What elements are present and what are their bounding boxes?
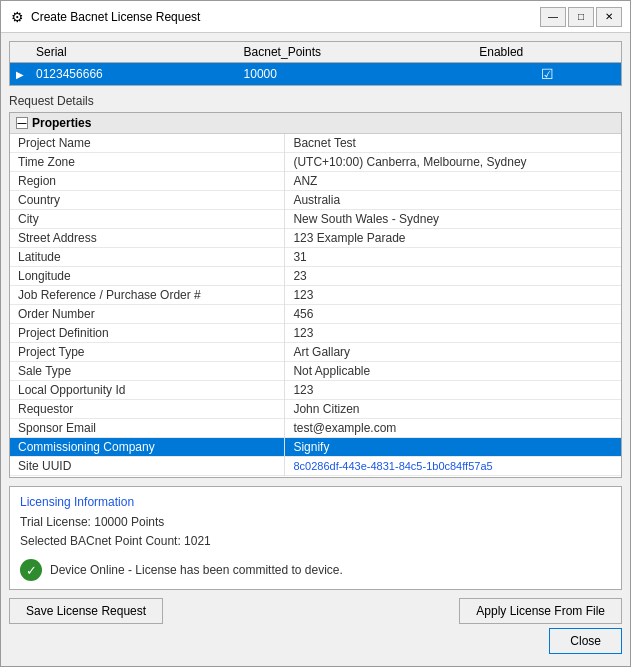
prop-value: John Citizen (285, 400, 621, 419)
prop-row: Project TypeArt Gallary (10, 343, 621, 362)
col-header-arrow (10, 42, 30, 63)
prop-key: Country (10, 191, 285, 210)
prop-row: Commissioning CompanySignify (10, 438, 621, 457)
prop-row: Street Address123 Example Parade (10, 229, 621, 248)
prop-row: Job Reference / Purchase Order #123 (10, 286, 621, 305)
col-header-bacnet-points: Bacnet_Points (238, 42, 474, 63)
licensing-title: Licensing Information (20, 495, 611, 509)
prop-key: Sponsor Email (10, 419, 285, 438)
prop-row: RegionANZ (10, 172, 621, 191)
table-row[interactable]: ▶ 0123456666 10000 ☑ (10, 63, 621, 86)
window-title: Create Bacnet License Request (31, 10, 540, 24)
request-details-section: Request Details — Properties Project Nam… (9, 94, 622, 478)
title-bar-controls: — □ ✕ (540, 7, 622, 27)
bacnet-points-cell: 10000 (238, 63, 474, 86)
prop-row: Sale TypeNot Applicable (10, 362, 621, 381)
prop-key: Street Address (10, 229, 285, 248)
enabled-checkmark: ☑ (541, 66, 554, 82)
prop-value: test@example.com (285, 419, 621, 438)
close-row: Close (9, 628, 622, 658)
close-bottom-button[interactable]: Close (549, 628, 622, 654)
bottom-buttons: Save License Request Apply License From … (9, 590, 622, 628)
trial-license-text: Trial License: 10000 Points (20, 513, 611, 532)
col-header-serial: Serial (30, 42, 238, 63)
properties-table: Project NameBacnet TestTime Zone(UTC+10:… (10, 134, 621, 476)
prop-row: Longitude23 (10, 267, 621, 286)
row-arrow: ▶ (10, 63, 30, 86)
prop-value: Not Applicable (285, 362, 621, 381)
status-icon: ✓ (20, 559, 42, 581)
maximize-button[interactable]: □ (568, 7, 594, 27)
prop-value: Bacnet Test (285, 134, 621, 153)
prop-row: Project Definition123 (10, 324, 621, 343)
prop-key: Latitude (10, 248, 285, 267)
prop-key: Order Number (10, 305, 285, 324)
prop-value: Australia (285, 191, 621, 210)
prop-key: Time Zone (10, 153, 285, 172)
apply-license-from-file-button[interactable]: Apply License From File (459, 598, 622, 624)
prop-value: 123 Example Parade (285, 229, 621, 248)
prop-row: Local Opportunity Id123 (10, 381, 621, 400)
enabled-cell: ☑ (473, 63, 621, 86)
window-icon: ⚙ (9, 9, 25, 25)
prop-key: Site UUID (10, 457, 285, 476)
prop-value: 123 (285, 381, 621, 400)
device-table-wrapper: Serial Bacnet_Points Enabled ▶ 012345666… (9, 41, 622, 86)
prop-key: Sale Type (10, 362, 285, 381)
close-button[interactable]: ✕ (596, 7, 622, 27)
selected-count-text: Selected BACnet Point Count: 1021 (20, 532, 611, 551)
properties-panel: — Properties Project NameBacnet TestTime… (9, 112, 622, 478)
prop-key: Local Opportunity Id (10, 381, 285, 400)
title-bar: ⚙ Create Bacnet License Request — □ ✕ (1, 1, 630, 33)
prop-key: Commissioning Company (10, 438, 285, 457)
prop-row: Time Zone(UTC+10:00) Canberra, Melbourne… (10, 153, 621, 172)
prop-value: ANZ (285, 172, 621, 191)
device-table: Serial Bacnet_Points Enabled ▶ 012345666… (10, 42, 621, 85)
prop-value: 123 (285, 286, 621, 305)
prop-row: Order Number456 (10, 305, 621, 324)
prop-value: (UTC+10:00) Canberra, Melbourne, Sydney (285, 153, 621, 172)
prop-value: New South Wales - Sydney (285, 210, 621, 229)
minimize-button[interactable]: — (540, 7, 566, 27)
collapse-button[interactable]: — (16, 117, 28, 129)
window-content: Serial Bacnet_Points Enabled ▶ 012345666… (1, 33, 630, 666)
request-details-label: Request Details (9, 94, 622, 108)
prop-value: 31 (285, 248, 621, 267)
prop-value: 8c0286df-443e-4831-84c5-1b0c84ff57a5 (285, 457, 621, 476)
prop-value: Signify (285, 438, 621, 457)
serial-cell: 0123456666 (30, 63, 238, 86)
prop-key: Project Type (10, 343, 285, 362)
prop-row: Latitude31 (10, 248, 621, 267)
status-checkmark: ✓ (26, 563, 37, 578)
device-status: ✓ Device Online - License has been commi… (20, 559, 611, 581)
prop-key: Longitude (10, 267, 285, 286)
licensing-section: Licensing Information Trial License: 100… (9, 486, 622, 590)
prop-value: 23 (285, 267, 621, 286)
properties-header: — Properties (10, 113, 621, 134)
prop-row: RequestorJohn Citizen (10, 400, 621, 419)
prop-value: 123 (285, 324, 621, 343)
status-text: Device Online - License has been committ… (50, 563, 343, 577)
prop-value: Art Gallary (285, 343, 621, 362)
save-license-request-button[interactable]: Save License Request (9, 598, 163, 624)
col-header-enabled: Enabled (473, 42, 621, 63)
prop-key: Job Reference / Purchase Order # (10, 286, 285, 305)
prop-key: Region (10, 172, 285, 191)
properties-label: Properties (32, 116, 91, 130)
prop-key: City (10, 210, 285, 229)
main-window: ⚙ Create Bacnet License Request — □ ✕ Se… (0, 0, 631, 667)
prop-key: Project Name (10, 134, 285, 153)
prop-row: CountryAustralia (10, 191, 621, 210)
prop-row: Site UUID8c0286df-443e-4831-84c5-1b0c84f… (10, 457, 621, 476)
prop-row: Project NameBacnet Test (10, 134, 621, 153)
prop-key: Project Definition (10, 324, 285, 343)
prop-key: Requestor (10, 400, 285, 419)
prop-row: Sponsor Emailtest@example.com (10, 419, 621, 438)
prop-value: 456 (285, 305, 621, 324)
prop-row: CityNew South Wales - Sydney (10, 210, 621, 229)
